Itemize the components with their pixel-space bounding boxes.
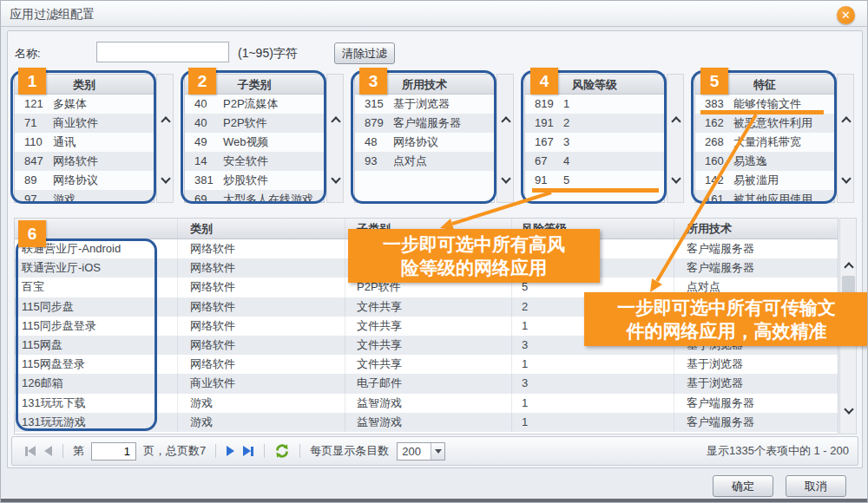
list-item[interactable]: 8191 — [525, 95, 664, 114]
col-header-technology[interactable]: 所用技术 — [674, 219, 838, 238]
page-label-prefix: 第 — [73, 443, 84, 459]
last-page-icon — [243, 446, 251, 456]
page-input[interactable] — [91, 442, 136, 461]
scroll-down-icon[interactable] — [844, 404, 853, 414]
list-item[interactable]: 1912 — [525, 114, 664, 133]
close-button[interactable]: ✕ — [837, 6, 855, 24]
callout-line: 一步即可选中所有高风 — [350, 232, 598, 256]
list-item[interactable]: 160易逃逸 — [695, 152, 834, 171]
refresh-icon — [274, 443, 290, 459]
step-badge-2: 2 — [188, 68, 216, 95]
callout-feature-tip: 一步即可选中所有可传输文 件的网络应用，高效精准 — [584, 292, 868, 346]
name-label: 名称: — [15, 46, 41, 62]
step-badge-6: 6 — [18, 220, 46, 247]
scroll-down-icon[interactable] — [671, 173, 681, 183]
callout-line: 险等级的网络应用 — [350, 256, 598, 279]
list-item[interactable]: 674 — [525, 152, 664, 171]
list-item[interactable]: 847网络软件 — [15, 152, 154, 171]
per-page-value: 200 — [398, 445, 431, 458]
list-item[interactable]: 383能够传输文件 — [695, 95, 834, 114]
scroll-up-icon[interactable] — [331, 116, 340, 126]
title-bar: 应用过滤组配置 ✕ — [1, 1, 867, 27]
close-icon: ✕ — [841, 9, 851, 22]
prev-page-icon — [44, 446, 52, 456]
step-badge-3: 3 — [359, 68, 387, 95]
list-item[interactable]: 161被其他应用使用 — [695, 190, 834, 203]
last-page-button[interactable] — [243, 446, 253, 456]
page-label-suffix: 页，总页数7 — [143, 443, 206, 459]
risk-level-scrollbar[interactable] — [667, 74, 684, 203]
scroll-up-icon[interactable] — [501, 116, 510, 126]
window-bottom-edge — [1, 499, 867, 502]
feature-scrollbar[interactable] — [837, 74, 854, 203]
table-row[interactable]: 131玩玩下载游戏益智游戏1客户端服务器 — [15, 394, 838, 413]
list-item[interactable]: 142易被滥用 — [695, 171, 834, 190]
list-item[interactable]: 162被恶意软件利用 — [695, 114, 834, 133]
list-item[interactable]: 93点对点 — [355, 152, 494, 171]
divider — [264, 444, 265, 458]
scroll-down-icon[interactable] — [841, 173, 851, 183]
list-item[interactable]: 268大量消耗带宽 — [695, 133, 834, 152]
cancel-button[interactable]: 取消 — [786, 475, 846, 497]
callout-line: 一步即可选中所有可传输文 — [586, 296, 867, 319]
list-item[interactable]: 315基于浏览器 — [355, 95, 494, 114]
name-hint: (1~95)字符 — [238, 46, 298, 62]
ok-button[interactable]: 确定 — [713, 475, 773, 497]
refresh-button[interactable] — [274, 443, 290, 459]
scroll-up-icon[interactable] — [671, 116, 681, 126]
table-row[interactable]: 126邮箱商业软件电子邮件3基于浏览器 — [15, 374, 838, 393]
scroll-up-icon[interactable] — [844, 262, 853, 271]
list-item[interactable]: 879客户端服务器 — [355, 114, 494, 133]
list-item[interactable]: 97游戏 — [15, 190, 154, 203]
table-row[interactable]: 115网盘登录网络软件文件共享1基于浏览器 — [15, 355, 838, 374]
list-item[interactable]: 121多媒体 — [15, 95, 154, 114]
callout-risk-tip: 一步即可选中所有高风 险等级的网络应用 — [348, 229, 600, 283]
subcategory-scrollbar[interactable] — [326, 74, 344, 203]
scroll-up-icon[interactable] — [161, 116, 170, 126]
divider — [215, 444, 216, 458]
divider — [299, 444, 300, 458]
pagination-bar: 第 页，总页数7 每页显示条目数 200 显示1335个表项中的 1 - 200 — [11, 436, 858, 466]
dialog-title: 应用过滤组配置 — [10, 1, 95, 27]
scroll-down-icon[interactable] — [331, 173, 340, 183]
list-item[interactable]: 71商业软件 — [15, 114, 154, 133]
dropdown-button[interactable] — [431, 443, 444, 460]
list-item[interactable]: 915 — [525, 171, 664, 190]
scroll-down-icon[interactable] — [161, 173, 170, 183]
table-row[interactable]: 131玩玩游戏游戏益智游戏1客户端服务器 — [15, 413, 838, 432]
chevron-down-icon — [435, 449, 442, 454]
col-header-category[interactable]: 类别 — [178, 219, 345, 238]
list-item[interactable]: 40P2P软件 — [185, 114, 324, 133]
step-badge-5: 5 — [700, 68, 728, 95]
per-page-label: 每页显示条目数 — [310, 443, 389, 459]
list-item[interactable]: 381炒股软件 — [185, 171, 324, 190]
scroll-down-icon[interactable] — [501, 173, 510, 183]
range-status-text: 显示1335个表项中的 1 - 200 — [707, 443, 849, 459]
next-page-button[interactable] — [227, 446, 234, 456]
divider — [62, 444, 63, 458]
scroll-up-icon[interactable] — [841, 116, 851, 126]
list-item[interactable]: 89网络协议 — [15, 171, 154, 190]
list-item[interactable]: 69大型多人在线游戏 — [185, 190, 324, 203]
next-page-icon — [227, 446, 234, 456]
callout-line: 件的网络应用，高效精准 — [586, 319, 867, 343]
step-badge-1: 1 — [18, 68, 46, 95]
list-item[interactable]: 49Web视频 — [185, 133, 324, 152]
list-item[interactable]: 1673 — [525, 133, 664, 152]
category-scrollbar[interactable] — [156, 74, 174, 203]
technology-scrollbar[interactable] — [496, 74, 514, 203]
list-item[interactable]: 48网络协议 — [355, 133, 494, 152]
list-item[interactable]: 14安全软件 — [185, 152, 324, 171]
name-input[interactable] — [96, 42, 229, 62]
list-item[interactable]: 110通讯 — [15, 133, 154, 152]
clear-filter-button[interactable]: 清除过滤 — [334, 42, 395, 64]
prev-page-button[interactable] — [44, 446, 52, 456]
step-badge-4: 4 — [530, 68, 558, 95]
per-page-select[interactable]: 200 — [397, 442, 445, 461]
app-filter-group-dialog: 应用过滤组配置 ✕ 名称: (1~95)字符 清除过滤 类别 121多媒体 71… — [0, 0, 868, 503]
first-page-button[interactable] — [25, 446, 36, 456]
list-item[interactable]: 40P2P流媒体 — [185, 95, 324, 114]
